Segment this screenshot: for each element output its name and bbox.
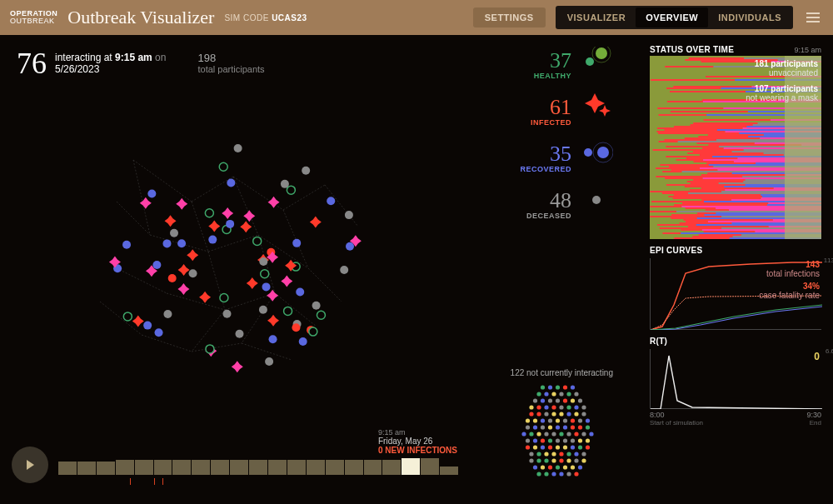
svg-rect-230 [670, 91, 746, 92]
svg-point-4 [597, 147, 609, 158]
svg-rect-299 [696, 142, 754, 144]
svg-point-91 [560, 392, 564, 396]
settings-button[interactable]: SETTINGS [473, 7, 546, 27]
svg-point-156 [541, 445, 545, 449]
svg-line-25 [192, 343, 242, 352]
svg-rect-469 [650, 237, 674, 239]
svg-point-168 [567, 452, 571, 456]
svg-point-139 [552, 432, 556, 436]
tally-healthy: 37 HEALTHY [520, 50, 571, 80]
tab-visualizer[interactable]: VISUALIZER [557, 7, 636, 27]
svg-rect-204 [650, 66, 665, 67]
svg-rect-379 [650, 187, 701, 189]
tab-individuals[interactable]: INDIVIDUALS [708, 7, 791, 27]
svg-point-122 [563, 418, 567, 422]
svg-rect-272 [657, 127, 743, 129]
svg-rect-347 [671, 169, 718, 171]
svg-rect-284 [708, 134, 764, 136]
svg-point-79 [281, 180, 289, 188]
svg-point-179 [533, 465, 537, 469]
timeline-track[interactable]: 9:15 am Friday, May 26 0 NEW INFECTIONS [58, 440, 458, 490]
svg-rect-356 [701, 174, 786, 176]
network-graph[interactable] [67, 85, 416, 418]
svg-rect-439 [650, 221, 686, 222]
svg-line-29 [325, 185, 358, 227]
svg-point-82 [327, 197, 335, 205]
sidebar: STATUS OVER TIME 9:15 am 181 participant… [641, 35, 833, 504]
svg-rect-245 [650, 107, 657, 109]
svg-point-95 [541, 398, 545, 402]
svg-rect-325 [650, 157, 686, 159]
svg-point-171 [530, 458, 534, 462]
app-title: Outbreak Visualizer [67, 7, 214, 28]
svg-rect-466 [650, 236, 692, 237]
play-button[interactable] [12, 447, 48, 483]
epi-curves-chart[interactable]: 113 143 total infections 34% case fatali… [650, 258, 821, 330]
svg-point-157 [548, 445, 552, 449]
svg-point-162 [586, 445, 590, 449]
svg-rect-404 [651, 201, 704, 202]
svg-line-19 [283, 210, 308, 268]
svg-point-109 [530, 412, 534, 416]
svg-rect-427 [650, 214, 671, 216]
svg-point-42 [219, 162, 227, 171]
svg-point-110 [537, 412, 541, 416]
svg-rect-225 [650, 87, 666, 89]
svg-point-167 [560, 452, 564, 456]
svg-rect-434 [671, 217, 696, 219]
svg-point-135 [522, 432, 526, 436]
svg-point-161 [578, 445, 582, 449]
svg-point-163 [530, 452, 534, 456]
tab-overview[interactable]: OVERVIEW [636, 7, 708, 27]
svg-rect-289 [650, 137, 685, 139]
svg-rect-362 [665, 177, 702, 179]
svg-rect-286 [650, 136, 698, 137]
svg-rect-305 [666, 146, 719, 147]
svg-point-165 [545, 452, 549, 456]
svg-rect-415 [650, 207, 686, 209]
svg-point-169 [575, 452, 579, 456]
sim-code-label: SIM CODE UCAS23 [224, 13, 307, 22]
svg-rect-403 [650, 201, 651, 202]
svg-rect-329 [676, 159, 703, 161]
svg-rect-290 [685, 137, 760, 139]
svg-point-174 [552, 458, 556, 462]
svg-point-71 [152, 261, 161, 269]
svg-point-88 [537, 392, 541, 396]
svg-point-170 [582, 452, 586, 456]
svg-point-44 [269, 335, 277, 343]
svg-rect-448 [650, 226, 688, 227]
svg-rect-389 [662, 192, 688, 194]
svg-rect-431 [650, 216, 721, 217]
svg-rect-373 [650, 184, 666, 186]
svg-point-93 [575, 392, 579, 396]
nav-tabs: VISUALIZER OVERVIEW INDIVIDUALS [556, 6, 793, 29]
svg-rect-352 [650, 172, 707, 174]
rt-chart[interactable]: 6.6 0 [650, 349, 821, 409]
svg-rect-271 [650, 127, 657, 129]
svg-rect-320 [700, 154, 784, 156]
svg-point-126 [526, 425, 530, 429]
svg-rect-240 [667, 101, 703, 102]
svg-point-78 [296, 288, 304, 297]
status-over-time-chart[interactable]: 181 participants unvaccinated 107 partic… [650, 56, 821, 239]
svg-point-178 [582, 458, 586, 462]
svg-rect-205 [665, 66, 713, 67]
svg-rect-275 [665, 129, 717, 131]
svg-point-176 [567, 458, 571, 462]
svg-rect-236 [650, 99, 702, 101]
svg-point-68 [345, 211, 353, 219]
svg-rect-436 [650, 219, 683, 221]
svg-point-36 [346, 242, 354, 251]
svg-rect-323 [666, 156, 712, 157]
svg-point-136 [530, 432, 534, 436]
svg-point-185 [578, 465, 582, 469]
menu-icon[interactable] [803, 9, 823, 26]
svg-rect-226 [666, 87, 721, 89]
timeline: 9:15 am Friday, May 26 0 NEW INFECTIONS [12, 436, 458, 494]
tally-recovered: 35 RECOVERED [520, 143, 571, 173]
svg-point-58 [235, 330, 243, 338]
svg-rect-410 [674, 204, 767, 206]
svg-point-52 [189, 269, 197, 277]
svg-rect-223 [673, 86, 751, 87]
